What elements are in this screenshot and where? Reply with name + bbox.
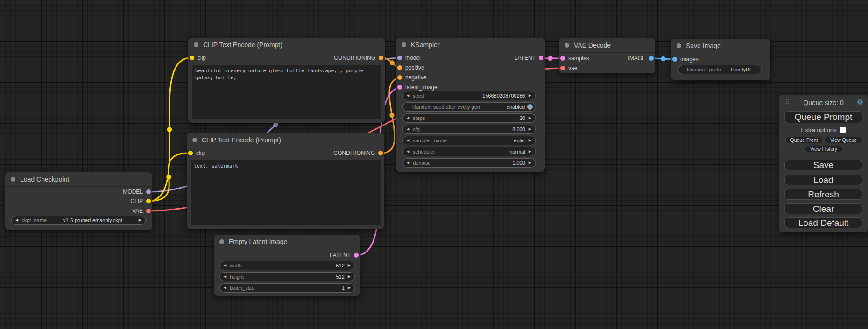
output-slot-conditioning[interactable]: CONDITIONING: [334, 55, 383, 61]
input-slot-model[interactable]: model: [397, 55, 421, 61]
collapse-dot-icon[interactable]: [677, 43, 681, 48]
prev-arrow-icon[interactable]: ◀: [224, 264, 226, 267]
queue-panel[interactable]: ⠿ Queue size: 0 ⚙ Queue Prompt Extra opt…: [779, 95, 868, 232]
next-arrow-icon[interactable]: ▶: [348, 264, 351, 267]
steps-widget[interactable]: ◀ steps 20 ▶: [402, 113, 536, 123]
node-title-bar[interactable]: Load Checkpoint: [5, 172, 152, 187]
prompt-textarea[interactable]: text, watermark: [191, 160, 381, 225]
collapse-dot-icon[interactable]: [192, 138, 197, 142]
output-slot-clip[interactable]: CLIP: [130, 198, 151, 204]
model-port-icon[interactable]: [397, 56, 402, 60]
output-slot-conditioning[interactable]: CONDITIONING: [333, 150, 383, 156]
next-arrow-icon[interactable]: ▶: [348, 275, 351, 279]
input-slot-clip[interactable]: clip: [188, 150, 205, 156]
conditioning-port-icon[interactable]: [379, 56, 383, 60]
height-widget[interactable]: ◀ height 512 ▶: [219, 272, 355, 281]
collapse-dot-icon[interactable]: [402, 42, 406, 47]
vae-port-icon[interactable]: [146, 209, 151, 213]
node-graph-canvas[interactable]: Load Checkpoint MODEL CLIP VAE ◀ ckpt_na…: [0, 0, 868, 329]
filename-prefix-widget[interactable]: filename_prefix ComfyUI: [678, 65, 762, 74]
clear-button[interactable]: Clear: [784, 203, 862, 214]
next-arrow-icon[interactable]: ▶: [139, 218, 141, 222]
settings-gear-icon[interactable]: ⚙: [857, 98, 863, 106]
next-arrow-icon[interactable]: ▶: [529, 161, 531, 165]
width-widget[interactable]: ◀ width 512 ▶: [219, 261, 355, 270]
prev-arrow-icon[interactable]: ◀: [407, 150, 409, 154]
batch-size-widget[interactable]: ◀ batch_size 1 ▶: [219, 283, 355, 293]
collapse-dot-icon[interactable]: [194, 42, 198, 47]
sampler-name-widget[interactable]: ◀ sampler_name euler ▶: [402, 136, 536, 145]
extra-options-checkbox[interactable]: [840, 127, 846, 133]
input-slot-latent-image[interactable]: latent_image: [397, 84, 438, 91]
prev-arrow-icon[interactable]: ◀: [224, 286, 226, 290]
output-slot-vae[interactable]: VAE: [132, 208, 151, 214]
input-slot-images[interactable]: images: [672, 56, 699, 63]
next-arrow-icon[interactable]: ▶: [529, 139, 531, 142]
prev-arrow-icon[interactable]: ◀: [224, 275, 226, 279]
node-title-bar[interactable]: CLIP Text Encode (Prompt): [187, 133, 384, 147]
node-vae-decode[interactable]: VAE Decode samples vae IMAGE: [559, 38, 655, 73]
refresh-button[interactable]: Refresh: [784, 189, 862, 200]
prev-arrow-icon[interactable]: ◀: [407, 139, 409, 142]
prev-arrow-icon[interactable]: ◀: [407, 94, 409, 98]
next-arrow-icon[interactable]: ▶: [529, 150, 531, 154]
drag-handle-icon[interactable]: ⠿: [785, 98, 789, 105]
view-history-button[interactable]: View History: [804, 146, 843, 152]
vae-port-icon[interactable]: [560, 66, 565, 70]
node-title-bar[interactable]: Empty Latent Image: [214, 235, 360, 249]
prompt-textarea[interactable]: beautiful scenery nature glass bottle la…: [192, 65, 381, 119]
ckpt-name-widget[interactable]: ◀ ckpt_name v1-5-pruned-emaonly.ckpt ▶: [11, 216, 146, 225]
load-default-button[interactable]: Load Default: [784, 217, 862, 228]
queue-prompt-button[interactable]: Queue Prompt: [784, 111, 862, 123]
latent-port-icon[interactable]: [539, 56, 543, 60]
input-slot-clip[interactable]: clip: [190, 55, 206, 61]
output-slot-latent[interactable]: LATENT: [515, 55, 543, 61]
output-slot-image[interactable]: IMAGE: [628, 55, 654, 62]
next-arrow-icon[interactable]: ▶: [348, 286, 351, 290]
node-ksampler[interactable]: KSampler model positive negative latent_…: [396, 38, 545, 172]
clip-port-icon[interactable]: [146, 199, 151, 203]
latent-port-icon[interactable]: [397, 85, 402, 90]
output-slot-latent[interactable]: LATENT: [330, 252, 359, 259]
prev-arrow-icon[interactable]: ◀: [15, 218, 18, 222]
image-port-icon[interactable]: [649, 56, 654, 61]
seed-widget[interactable]: ◀ seed 156680208700286 ▶: [402, 91, 536, 100]
toggle-icon[interactable]: [527, 104, 533, 110]
node-load-checkpoint[interactable]: Load Checkpoint MODEL CLIP VAE ◀ ckpt_na…: [5, 172, 152, 230]
model-port-icon[interactable]: [146, 189, 151, 194]
cfg-widget[interactable]: ◀ cfg 8.000 ▶: [402, 125, 536, 134]
node-clip-text-encode-positive[interactable]: CLIP Text Encode (Prompt) clip CONDITION…: [188, 38, 385, 123]
input-slot-samples[interactable]: samples: [560, 55, 589, 62]
input-slot-vae[interactable]: vae: [560, 65, 577, 71]
prev-arrow-icon[interactable]: ◀: [407, 161, 409, 165]
collapse-dot-icon[interactable]: [565, 43, 569, 48]
random-seed-widget[interactable]: Random seed after every gen enabled: [402, 102, 536, 112]
prev-arrow-icon[interactable]: ◀: [407, 127, 409, 131]
node-title-bar[interactable]: Save Image: [671, 39, 770, 53]
conditioning-port-icon[interactable]: [397, 65, 402, 70]
output-slot-model[interactable]: MODEL: [123, 189, 151, 195]
next-arrow-icon[interactable]: ▶: [529, 94, 531, 98]
next-arrow-icon[interactable]: ▶: [529, 127, 531, 131]
node-save-image[interactable]: Save Image images filename_prefix ComfyU…: [671, 39, 770, 80]
clip-port-icon[interactable]: [188, 151, 193, 155]
node-title-bar[interactable]: VAE Decode: [559, 38, 655, 53]
input-slot-positive[interactable]: positive: [397, 64, 424, 71]
prev-arrow-icon[interactable]: ◀: [407, 116, 409, 120]
next-arrow-icon[interactable]: ▶: [529, 116, 531, 120]
load-button[interactable]: Load: [784, 175, 862, 185]
node-title-bar[interactable]: CLIP Text Encode (Prompt): [188, 38, 385, 52]
image-port-icon[interactable]: [672, 57, 677, 62]
latent-port-icon[interactable]: [560, 56, 565, 61]
node-empty-latent-image[interactable]: Empty Latent Image LATENT ◀ width 512 ▶ …: [214, 235, 360, 296]
node-clip-text-encode-negative[interactable]: CLIP Text Encode (Prompt) clip CONDITION…: [187, 133, 384, 229]
node-title-bar[interactable]: KSampler: [396, 38, 545, 52]
scheduler-widget[interactable]: ◀ scheduler normal ▶: [402, 147, 536, 156]
clip-port-icon[interactable]: [190, 56, 194, 60]
queue-front-button[interactable]: Queue Front: [785, 137, 823, 143]
save-button[interactable]: Save: [784, 160, 862, 170]
collapse-dot-icon[interactable]: [11, 177, 15, 182]
collapse-dot-icon[interactable]: [219, 239, 224, 244]
denoise-widget[interactable]: ◀ denoise 1.000 ▶: [402, 158, 536, 168]
view-queue-button[interactable]: View Queue: [824, 137, 863, 143]
